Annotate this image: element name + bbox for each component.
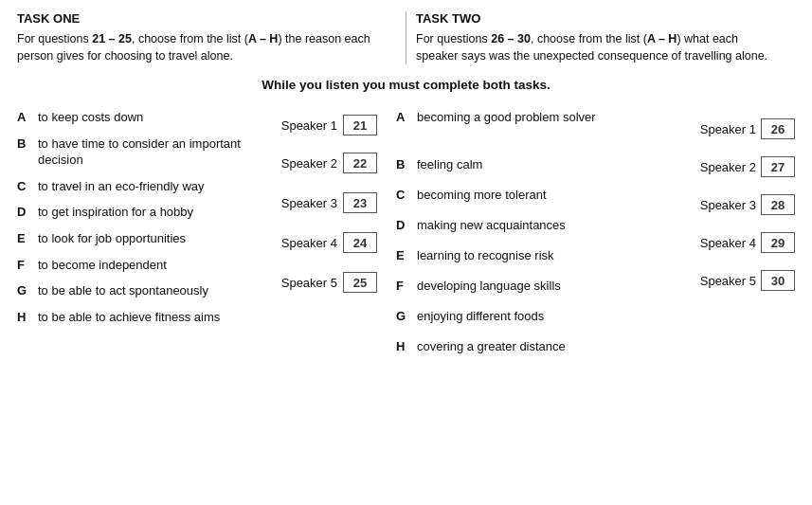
task-one-options: A to keep costs down B to have time to c…: [17, 109, 254, 334]
option-text-f2: developing language skills: [417, 278, 561, 295]
speaker-row-3-right: Speaker 3 28: [662, 194, 795, 215]
list-item: D to get inspiration for a hobby: [17, 204, 254, 221]
option-letter-g2: G: [396, 308, 411, 325]
speaker-2-label-right: Speaker 2: [695, 160, 756, 174]
task-one-title: TASK ONE: [17, 11, 377, 26]
speaker-1-label-right: Speaker 1: [695, 122, 756, 136]
option-letter-h: H: [17, 309, 32, 326]
task-one-inner: A to keep costs down B to have time to c…: [17, 109, 377, 334]
speaker-row-1-right: Speaker 1 26: [662, 118, 795, 139]
header-row: TASK ONE For questions 21 – 25, choose f…: [17, 11, 795, 64]
task-one-description: For questions 21 – 25, choose from the l…: [17, 30, 377, 64]
answer-box-29[interactable]: 29: [761, 232, 795, 253]
list-item: F to become independent: [17, 257, 254, 274]
task-two-speakers: Speaker 1 26 Speaker 2 27 Speaker 3 28 S…: [662, 109, 795, 291]
center-instruction: While you listen you must complete both …: [17, 78, 795, 92]
list-item: A to keep costs down: [17, 109, 254, 126]
speaker-row-2: Speaker 2 22: [254, 153, 377, 173]
option-text-b: to have time to consider an important de…: [38, 135, 254, 169]
task-two-title: TASK TWO: [416, 11, 776, 26]
answer-box-25[interactable]: 25: [343, 272, 377, 293]
task-two-header: TASK TWO For questions 26 – 30, choose f…: [416, 11, 795, 64]
speaker-4-label: Speaker 4: [269, 236, 337, 250]
list-item: C becoming more tolerant: [396, 187, 662, 209]
vertical-divider: [406, 11, 406, 64]
option-letter-d: D: [17, 204, 32, 221]
speaker-row-5-right: Speaker 5 30: [662, 270, 795, 291]
speaker-row-4-right: Speaker 4 29: [662, 232, 795, 253]
option-text-h2: covering a greater distance: [417, 338, 566, 355]
option-text-g2: enjoying different foods: [417, 308, 544, 325]
list-item: H covering a greater distance: [396, 338, 662, 361]
option-letter-a: A: [17, 109, 32, 126]
list-item: D making new acquaintances: [396, 217, 662, 240]
speaker-4-label-right: Speaker 4: [695, 236, 756, 250]
speaker-row-1: Speaker 1 21: [254, 115, 377, 135]
option-letter-a2: A: [396, 109, 411, 126]
list-item: E to look for job opportunities: [17, 230, 254, 247]
option-text-g: to be able to act spontaneously: [38, 282, 208, 299]
task-one-header: TASK ONE For questions 21 – 25, choose f…: [17, 11, 396, 64]
option-text-h: to be able to achieve fitness aims: [38, 309, 220, 326]
option-text-e2: learning to recognise risk: [417, 247, 554, 264]
task-two-panel: A becoming a good problem solver B feeli…: [387, 109, 795, 369]
option-letter-h2: H: [396, 338, 411, 355]
option-letter-b: B: [17, 135, 32, 153]
list-item: B to have time to consider an important …: [17, 135, 254, 169]
answer-box-24[interactable]: 24: [343, 232, 377, 253]
option-letter-e: E: [17, 230, 32, 247]
answer-box-26[interactable]: 26: [761, 118, 795, 139]
option-letter-b2: B: [396, 156, 411, 173]
option-letter-e2: E: [396, 247, 411, 264]
speaker-row-5: Speaker 5 25: [254, 272, 377, 293]
speaker-3-label: Speaker 3: [269, 196, 337, 210]
task-two-description: For questions 26 – 30, choose from the l…: [416, 30, 776, 64]
task-two-options: A becoming a good problem solver B feeli…: [396, 109, 662, 369]
list-item: G to be able to act spontaneously: [17, 282, 254, 299]
answer-box-27[interactable]: 27: [761, 156, 795, 177]
answer-box-22[interactable]: 22: [343, 153, 377, 173]
list-item: F developing language skills: [396, 278, 662, 300]
option-letter-d2: D: [396, 217, 411, 234]
list-item: B feeling calm: [396, 156, 662, 179]
option-text-c: to travel in an eco-friendly way: [38, 178, 205, 195]
task-two-inner: A becoming a good problem solver B feeli…: [396, 109, 795, 369]
option-text-b2: feeling calm: [417, 156, 482, 173]
option-text-e: to look for job opportunities: [38, 230, 186, 247]
option-letter-c2: C: [396, 187, 411, 204]
list-item: G enjoying different foods: [396, 308, 662, 331]
option-text-a: to keep costs down: [38, 109, 143, 126]
answer-box-28[interactable]: 28: [761, 194, 795, 215]
option-text-d: to get inspiration for a hobby: [38, 204, 193, 221]
option-text-c2: becoming more tolerant: [417, 187, 547, 204]
speaker-row-4: Speaker 4 24: [254, 232, 377, 253]
list-item: C to travel in an eco-friendly way: [17, 178, 254, 195]
speaker-row-3: Speaker 3 23: [254, 192, 377, 213]
task-one-speakers: Speaker 1 21 Speaker 2 22 Speaker 3 23 S…: [254, 109, 377, 334]
answer-box-23[interactable]: 23: [343, 192, 377, 213]
main-content: A to keep costs down B to have time to c…: [17, 109, 795, 369]
option-letter-c: C: [17, 178, 32, 195]
option-text-f: to become independent: [38, 257, 167, 274]
answer-box-21[interactable]: 21: [343, 115, 377, 135]
speaker-2-label: Speaker 2: [269, 156, 337, 171]
list-item: H to be able to achieve fitness aims: [17, 309, 254, 326]
option-letter-g: G: [17, 282, 32, 299]
option-text-a2: becoming a good problem solver: [417, 109, 596, 126]
list-item: E learning to recognise risk: [396, 247, 662, 270]
option-letter-f2: F: [396, 278, 411, 295]
speaker-1-label: Speaker 1: [269, 118, 337, 133]
list-item: A becoming a good problem solver: [396, 109, 662, 149]
option-letter-f: F: [17, 257, 32, 274]
speaker-5-label-right: Speaker 5: [695, 274, 756, 288]
speaker-3-label-right: Speaker 3: [695, 198, 756, 212]
speaker-5-label: Speaker 5: [269, 276, 337, 290]
speaker-row-2-right: Speaker 2 27: [662, 156, 795, 177]
answer-box-30[interactable]: 30: [761, 270, 795, 291]
option-text-d2: making new acquaintances: [417, 217, 566, 234]
task-one-panel: A to keep costs down B to have time to c…: [17, 109, 387, 369]
